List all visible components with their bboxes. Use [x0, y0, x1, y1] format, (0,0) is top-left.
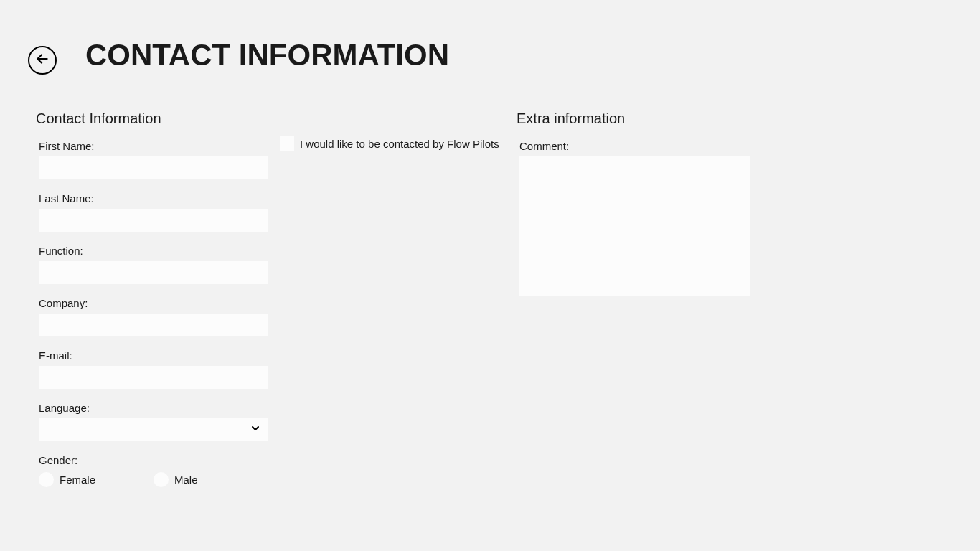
email-input[interactable] [39, 366, 268, 389]
comment-textarea[interactable] [519, 156, 750, 296]
comment-label: Comment: [519, 140, 782, 152]
consent-column: I would like to be contacted by Flow Pil… [280, 110, 517, 500]
gender-male-radio[interactable]: Male [154, 472, 268, 487]
language-field: Language: [36, 402, 280, 441]
gender-label: Gender: [39, 454, 280, 466]
consent-label: I would like to be contacted by Flow Pil… [300, 138, 499, 150]
last-name-label: Last Name: [39, 192, 280, 204]
chevron-down-icon [250, 423, 261, 437]
function-label: Function: [39, 245, 280, 257]
radio-icon [154, 472, 169, 487]
function-input[interactable] [39, 261, 268, 284]
first-name-label: First Name: [39, 140, 280, 152]
contact-column: Contact Information First Name: Last Nam… [36, 110, 280, 500]
page-title: CONTACT INFORMATION [85, 38, 449, 72]
last-name-input[interactable] [39, 209, 268, 232]
consent-checkbox-row[interactable]: I would like to be contacted by Flow Pil… [280, 136, 517, 151]
company-input[interactable] [39, 314, 268, 336]
extra-section-title: Extra information [517, 110, 782, 127]
function-field: Function: [36, 245, 280, 284]
first-name-field: First Name: [36, 140, 280, 179]
last-name-field: Last Name: [36, 192, 280, 232]
checkbox-icon [280, 136, 294, 151]
comment-field: Comment: [517, 140, 782, 299]
radio-icon [39, 472, 54, 487]
arrow-left-icon [35, 52, 50, 69]
back-button[interactable] [28, 46, 57, 75]
first-name-input[interactable] [39, 156, 268, 179]
language-label: Language: [39, 402, 280, 414]
page-header: CONTACT INFORMATION [0, 0, 980, 75]
gender-radio-group: Female Male [39, 471, 280, 487]
gender-male-label: Male [174, 474, 198, 486]
company-label: Company: [39, 297, 280, 309]
email-label: E-mail: [39, 349, 280, 362]
gender-female-radio[interactable]: Female [39, 472, 154, 487]
contact-section-title: Contact Information [36, 110, 280, 127]
company-field: Company: [36, 297, 280, 336]
gender-field: Gender: Female Male [36, 454, 280, 487]
form-content: Contact Information First Name: Last Nam… [0, 75, 980, 500]
language-select[interactable] [39, 418, 268, 441]
email-field: E-mail: [36, 349, 280, 389]
gender-female-label: Female [60, 474, 95, 486]
extra-column: Extra information Comment: [517, 110, 782, 500]
